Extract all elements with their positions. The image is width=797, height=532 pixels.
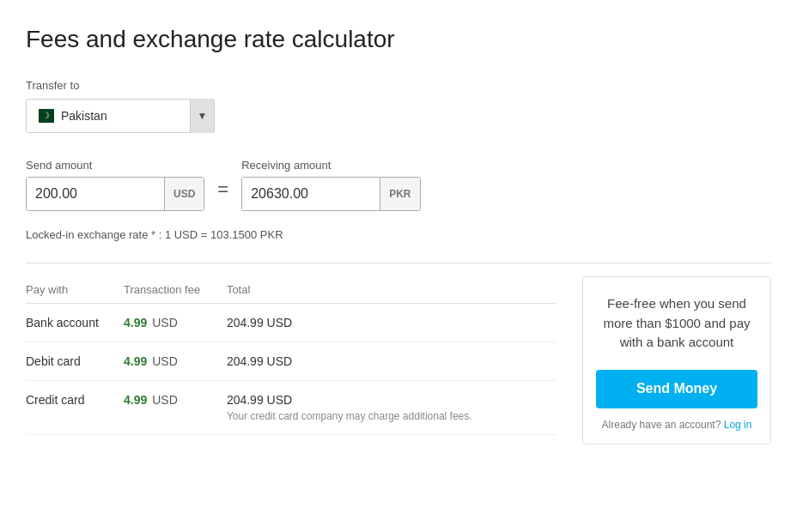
receiving-amount-label: Receiving amount	[241, 159, 420, 172]
already-account-label: Already have an account?	[602, 419, 721, 431]
col-transaction-fee: Transaction fee	[124, 276, 227, 304]
divider	[26, 263, 771, 263]
fee-currency: USD	[149, 316, 177, 329]
fee-table: Pay with Transaction fee Total Bank acco…	[26, 276, 557, 435]
table-row: Debit card4.99 USD204.99 USD	[26, 342, 557, 381]
fee-cell: 4.99 USD	[124, 304, 227, 342]
fee-amount: 4.99	[124, 316, 147, 329]
receiving-amount-input[interactable]	[242, 177, 380, 211]
login-link[interactable]: Log in	[724, 419, 752, 431]
promo-text: Fee-free when you send more than $1000 a…	[596, 294, 757, 353]
transfer-to-label: Transfer to	[26, 79, 771, 92]
fee-amount: 4.99	[124, 393, 147, 407]
country-select[interactable]: Pakistan ▼	[26, 99, 215, 133]
receiving-amount-group: Receiving amount PKR	[241, 159, 420, 211]
send-amount-group: Send amount USD	[26, 159, 204, 211]
table-row: Credit card4.99 USD204.99 USDYour credit…	[26, 381, 557, 435]
dropdown-arrow-button[interactable]: ▼	[190, 99, 214, 133]
send-currency-badge: USD	[164, 177, 204, 211]
col-pay-with: Pay with	[26, 276, 124, 304]
send-money-button[interactable]: Send Money	[596, 370, 757, 408]
send-amount-label: Send amount	[26, 159, 204, 172]
send-amount-input[interactable]	[27, 177, 164, 211]
fee-cell: 4.99 USD	[124, 342, 227, 381]
fee-cell: 4.99 USD	[124, 381, 227, 435]
fee-table-section: Pay with Transaction fee Total Bank acco…	[26, 276, 557, 435]
total-cell: 204.99 USDYour credit card company may c…	[227, 381, 557, 435]
sidebar-card: Fee-free when you send more than $1000 a…	[582, 276, 771, 444]
main-content: Pay with Transaction fee Total Bank acco…	[26, 276, 771, 444]
page-title: Fees and exchange rate calculator	[26, 26, 771, 53]
pay-with-cell: Bank account	[26, 304, 124, 342]
country-flag	[33, 109, 54, 123]
receiving-currency-badge: PKR	[380, 177, 419, 211]
send-amount-wrapper: USD	[26, 177, 204, 211]
additional-fee-note: Your credit card company may charge addi…	[227, 410, 557, 422]
total-cell: 204.99 USD	[227, 304, 557, 342]
total-cell: 204.99 USD	[227, 342, 557, 381]
already-account-text: Already have an account? Log in	[596, 419, 757, 431]
pay-with-cell: Credit card	[26, 381, 124, 435]
fee-currency: USD	[149, 354, 177, 368]
fee-currency: USD	[149, 393, 177, 407]
country-name: Pakistan	[61, 109, 190, 123]
fee-amount: 4.99	[124, 354, 147, 368]
receiving-amount-wrapper: PKR	[241, 177, 420, 211]
exchange-rate-row: Locked-in exchange rate * : 1 USD = 103.…	[26, 228, 771, 241]
col-total: Total	[227, 276, 557, 304]
amounts-row: Send amount USD = Receiving amount PKR	[26, 159, 771, 211]
equals-sign: =	[217, 178, 228, 204]
transfer-to-section: Transfer to Pakistan ▼	[26, 79, 771, 133]
table-row: Bank account4.99 USD204.99 USD	[26, 304, 557, 342]
pay-with-cell: Debit card	[26, 342, 124, 381]
